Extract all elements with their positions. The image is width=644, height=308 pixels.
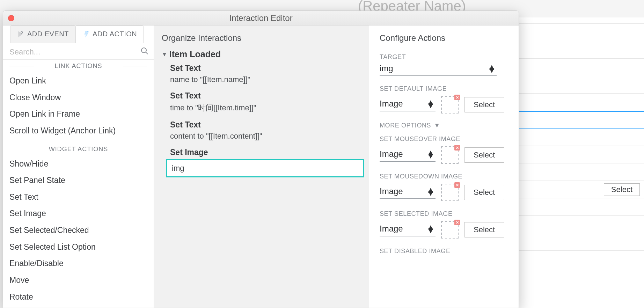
image-type-select[interactable]: Image ▲▼	[380, 148, 436, 162]
select-button[interactable]: Select	[464, 97, 504, 112]
action-rotate[interactable]: Rotate	[3, 289, 154, 306]
stepper-icon: ▲▼	[426, 188, 435, 195]
image-thumb[interactable]: ✕	[441, 221, 459, 239]
target-label: TARGET	[380, 49, 508, 63]
event-item-loaded[interactable]: ▼ Item Loaded	[159, 48, 364, 61]
svg-point-0	[21, 31, 23, 33]
event-name: Item Loaded	[169, 49, 221, 59]
clear-image-icon[interactable]: ✕	[454, 182, 460, 188]
stepper-icon: ▲▼	[426, 151, 435, 157]
action-row[interactable]: Set Text	[167, 88, 364, 101]
action-close-window[interactable]: Close Window	[3, 89, 154, 106]
image-type-value: Image	[380, 149, 403, 159]
action-row[interactable]: Set Image	[167, 145, 364, 158]
stepper-icon: ▲▼	[426, 226, 435, 232]
action-show-hide[interactable]: Show/Hide	[3, 156, 154, 173]
dialog-title: Interaction Editor	[229, 13, 292, 23]
stepper-icon: ▲▼	[488, 65, 496, 72]
select-button[interactable]: Select	[464, 222, 504, 237]
action-row[interactable]: Set Text	[167, 117, 364, 130]
select-button[interactable]: Select	[464, 185, 504, 200]
event-icon	[17, 31, 24, 38]
actions-panel: ADD EVENT ADD ACTION	[3, 25, 154, 308]
image-type-select[interactable]: Image ▲▼	[380, 223, 436, 236]
image-thumb[interactable]: ✕	[441, 184, 459, 201]
search-input[interactable]	[3, 45, 154, 59]
image-type-value: Image	[380, 99, 403, 109]
image-type-select[interactable]: Image ▲▼	[380, 98, 436, 111]
close-icon[interactable]	[8, 15, 14, 21]
tab-add-event[interactable]: ADD EVENT	[10, 25, 75, 43]
group-link-actions: LINK ACTIONS	[3, 60, 154, 72]
action-set-selected-checked[interactable]: Set Selected/Checked	[3, 222, 154, 239]
section-mouseover-image: SET MOUSEOVER IMAGE	[380, 131, 508, 145]
clear-image-icon[interactable]: ✕	[454, 95, 460, 100]
action-open-link[interactable]: Open Link	[3, 73, 154, 89]
action-enable-disable[interactable]: Enable/Disable	[3, 255, 154, 272]
group-widget-actions: WIDGET ACTIONS	[3, 143, 154, 155]
background-side-panel: Select	[519, 17, 644, 308]
section-default-image: SET DEFAULT IMAGE	[380, 76, 508, 95]
interaction-editor-dialog: Interaction Editor ADD EVENT	[3, 10, 519, 308]
action-desc: time to "时间[[Item.time]]"	[167, 101, 364, 117]
stepper-icon: ▲▼	[426, 101, 435, 107]
clear-image-icon[interactable]: ✕	[454, 220, 460, 225]
image-type-value: Image	[380, 224, 403, 234]
action-set-image[interactable]: Set Image	[3, 205, 154, 222]
action-set-panel-state[interactable]: Set Panel State	[3, 172, 154, 189]
section-mousedown-image: SET MOUSEDOWN IMAGE	[380, 164, 508, 182]
chevron-down-icon: ▼	[162, 51, 167, 58]
svg-point-1	[141, 48, 146, 53]
organize-title: Organize Interactions	[159, 33, 364, 48]
organize-panel: Organize Interactions ▼ Item Loaded Set …	[154, 25, 369, 308]
action-row[interactable]: Set Text	[167, 61, 364, 74]
action-set-selected-list-option[interactable]: Set Selected List Option	[3, 239, 154, 256]
action-desc: content to "[[Item.content]]"	[167, 130, 364, 145]
action-desc: name to "[[Item.name]]"	[167, 74, 364, 88]
section-selected-image: SET SELECTED IMAGE	[380, 201, 508, 220]
action-move[interactable]: Move	[3, 272, 154, 289]
clear-image-icon[interactable]: ✕	[454, 145, 460, 151]
action-set-text[interactable]: Set Text	[3, 189, 154, 206]
select-button[interactable]: Select	[464, 147, 504, 163]
image-thumb[interactable]: ✕	[441, 146, 459, 164]
target-value: img	[380, 64, 393, 73]
configure-panel: Configure Actions TARGET img ▲▼ SET DEFA…	[369, 25, 519, 308]
tab-add-action[interactable]: ADD ACTION	[75, 25, 144, 43]
titlebar: Interaction Editor	[3, 11, 519, 25]
tab-label: ADD EVENT	[27, 30, 69, 38]
target-select[interactable]: img ▲▼	[380, 63, 497, 76]
configure-title: Configure Actions	[380, 33, 508, 49]
action-scroll-to-widget[interactable]: Scroll to Widget (Anchor Link)	[3, 123, 154, 139]
action-selected-row[interactable]: img	[166, 159, 364, 177]
image-type-select[interactable]: Image ▲▼	[380, 186, 436, 199]
section-disabled-image: SET DISABLED IMAGE	[380, 239, 508, 257]
action-open-link-in-frame[interactable]: Open Link in Frame	[3, 106, 154, 123]
image-thumb[interactable]: ✕	[441, 96, 459, 113]
bg-select-button[interactable]: Select	[604, 183, 640, 196]
action-icon	[82, 31, 89, 38]
more-options-toggle[interactable]: MORE OPTIONS▼	[380, 113, 508, 131]
chevron-down-icon: ▼	[434, 122, 440, 129]
image-type-value: Image	[380, 186, 403, 196]
tab-label: ADD ACTION	[93, 30, 137, 38]
search-icon	[140, 47, 149, 55]
